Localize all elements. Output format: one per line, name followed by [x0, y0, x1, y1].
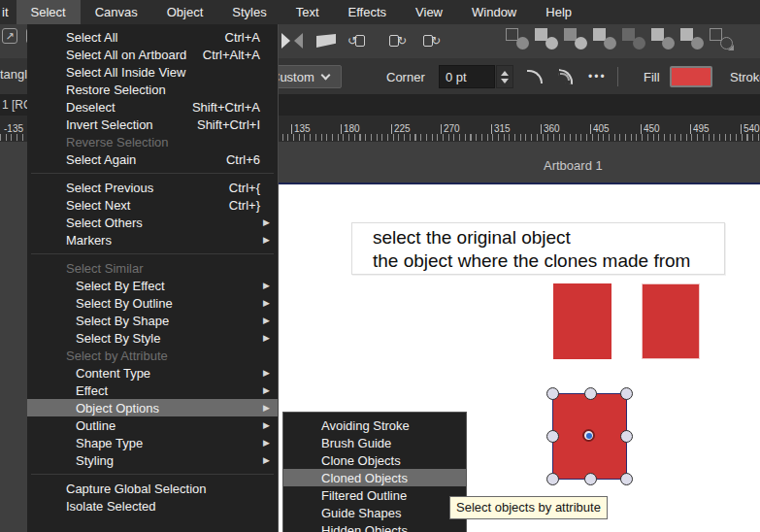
menubar-item-edit-partial[interactable]: it	[0, 0, 17, 24]
all-corners-icon[interactable]	[558, 65, 579, 88]
ruler-number: 135	[291, 124, 311, 134]
selection-handle[interactable]	[546, 430, 559, 443]
menubar-item-object[interactable]: Object	[152, 0, 218, 24]
menu-item-invert-selection[interactable]: Invert SelectionShift+Ctrl+I	[27, 116, 278, 133]
submenu-item-filtered-outline[interactable]: Filtered Outline	[283, 486, 466, 504]
corner-label: Corner	[386, 65, 425, 88]
selection-handle[interactable]	[546, 473, 559, 485]
crop-to-shape-icon[interactable]	[710, 28, 733, 50]
menu-item-select-by-shape[interactable]: Select By Shape▶	[27, 312, 278, 329]
submenu-arrow-icon: ▶	[263, 316, 270, 325]
menu-item-styling[interactable]: Styling▶	[27, 451, 278, 469]
selection-handle[interactable]	[620, 473, 633, 485]
submenu-item-clone-objects[interactable]: Clone Objects	[283, 451, 466, 469]
red-rectangle-selected[interactable]	[552, 393, 627, 480]
stepper-down-icon[interactable]	[501, 79, 509, 87]
ruler-number: 225	[391, 124, 411, 134]
geometry-intersect-icon[interactable]	[564, 28, 587, 50]
menu-separator	[27, 249, 278, 259]
submenu-arrow-icon: ▶	[263, 298, 270, 308]
note-text-box[interactable]: select the original object the object wh…	[351, 222, 725, 275]
menubar-item-effects[interactable]: Effects	[334, 0, 402, 24]
geometry-combine-icon[interactable]	[622, 28, 645, 50]
menu-item-effect[interactable]: Effect▶	[27, 382, 278, 399]
menubar-item-view[interactable]: View	[401, 0, 457, 24]
selection-handle[interactable]	[584, 473, 597, 485]
menu-item-select-by-effect[interactable]: Select By Effect▶	[27, 277, 278, 294]
menu-item-content-type[interactable]: Content Type▶	[27, 364, 278, 382]
selection-handle[interactable]	[546, 387, 559, 400]
submenu-arrow-icon: ▶	[263, 455, 270, 465]
menu-item-select-again[interactable]: Select AgainCtrl+6	[27, 150, 278, 168]
menu-item-isolate-selected[interactable]: Isolate Selected	[27, 497, 278, 515]
ruler-number: 450	[641, 124, 660, 134]
menu-header-select-by-attribute: Select by Attribute	[27, 347, 278, 364]
note-line-2: the object where the clones made from	[373, 250, 690, 272]
menu-item-select-previous[interactable]: Select PreviousCtrl+{	[27, 179, 278, 196]
stepper-up-icon[interactable]	[501, 67, 509, 76]
ruler-number: -135	[2, 124, 23, 134]
rotate-90-icon[interactable]: ↻	[381, 28, 407, 53]
submenu-item-avoiding-stroke[interactable]: Avoiding Stroke	[283, 416, 466, 434]
rotate-cw-icon[interactable]: ↻	[415, 28, 441, 53]
menu-separator	[27, 168, 278, 179]
ruler-number: 540	[741, 124, 760, 134]
geometry-xor-icon[interactable]	[680, 28, 704, 50]
geometry-subtract-icon[interactable]	[535, 28, 558, 50]
rotate-ccw-icon[interactable]: ↺	[347, 28, 373, 53]
corner-value-input[interactable]: 0 pt	[439, 65, 495, 88]
submenu-arrow-icon: ▶	[263, 385, 270, 395]
menu-item-select-next[interactable]: Select NextCtrl+}	[27, 196, 278, 214]
submenu-item-cloned-objects[interactable]: Cloned Objects	[283, 469, 466, 486]
geometry-add-icon[interactable]	[506, 28, 529, 50]
menu-item-select-all[interactable]: Select AllCtrl+A	[27, 28, 278, 46]
more-options-icon[interactable]: •••	[588, 65, 607, 88]
flip-horizontal-icon[interactable]	[280, 28, 305, 53]
artboard-label[interactable]: Artboard 1	[544, 158, 603, 173]
submenu-item-brush-guide[interactable]: Brush Guide	[283, 434, 466, 451]
selection-handle[interactable]	[620, 430, 633, 443]
toolbar-divider	[617, 67, 618, 86]
menu-item-capture-global-selection[interactable]: Capture Global Selection	[27, 480, 278, 497]
menu-item-object-options[interactable]: Object Options▶	[27, 399, 278, 416]
menubar-item-window[interactable]: Window	[457, 0, 531, 24]
object-options-submenu: Avoiding Stroke Brush Guide Clone Object…	[282, 412, 467, 532]
submenu-item-guide-shapes[interactable]: Guide Shapes	[283, 504, 466, 521]
menubar-item-help[interactable]: Help	[531, 0, 586, 24]
menu-item-markers[interactable]: Markers▶	[27, 231, 278, 249]
center-origin-handle[interactable]	[582, 429, 595, 442]
menu-item-deselect[interactable]: DeselectShift+Ctrl+A	[27, 98, 278, 116]
submenu-arrow-icon: ▶	[263, 281, 270, 290]
geometry-merge-icon[interactable]	[651, 28, 675, 50]
menu-header-select-similar: Select Similar	[27, 259, 278, 277]
menu-item-restore-selection[interactable]: Restore Selection	[27, 81, 278, 98]
fill-color-swatch[interactable]	[670, 66, 712, 87]
selection-handle[interactable]	[620, 387, 633, 400]
submenu-arrow-icon: ▶	[263, 403, 270, 413]
menubar-item-canvas[interactable]: Canvas	[81, 0, 152, 24]
menu-item-select-by-outline[interactable]: Select By Outline▶	[27, 294, 278, 312]
submenu-arrow-icon: ▶	[263, 420, 270, 430]
flip-vertical-icon[interactable]	[314, 28, 339, 53]
menu-item-select-all-on-artboard[interactable]: Select All on ArtboardCtrl+Alt+A	[27, 46, 278, 63]
red-rectangle-clone[interactable]	[642, 283, 700, 359]
red-rectangle-original[interactable]	[553, 283, 611, 359]
menubar-item-select[interactable]: Select	[17, 0, 81, 24]
menubar-item-styles[interactable]: Styles	[217, 0, 281, 24]
menu-item-outline[interactable]: Outline▶	[27, 416, 278, 434]
select-menu-dropdown: Select AllCtrl+A Select All on ArtboardC…	[27, 24, 279, 532]
selection-handle[interactable]	[584, 387, 597, 400]
menu-item-select-others[interactable]: Select Others▶	[27, 214, 278, 231]
menu-item-select-all-inside-view[interactable]: Select All Inside View	[27, 63, 278, 81]
submenu-arrow-icon: ▶	[263, 368, 270, 378]
submenu-item-hidden-objects[interactable]: Hidden Objects	[283, 521, 466, 532]
submenu-arrow-icon: ▶	[263, 333, 270, 343]
geometry-divide-icon[interactable]	[593, 28, 616, 50]
menu-item-select-by-style[interactable]: Select By Style▶	[27, 329, 278, 347]
menubar-item-text[interactable]: Text	[281, 0, 334, 24]
submenu-arrow-icon: ▶	[263, 217, 270, 227]
menu-item-shape-type[interactable]: Shape Type▶	[27, 434, 278, 451]
corner-stepper[interactable]	[496, 65, 513, 88]
share-icon[interactable]: ↗	[2, 28, 17, 44]
single-corner-icon[interactable]	[527, 65, 548, 88]
